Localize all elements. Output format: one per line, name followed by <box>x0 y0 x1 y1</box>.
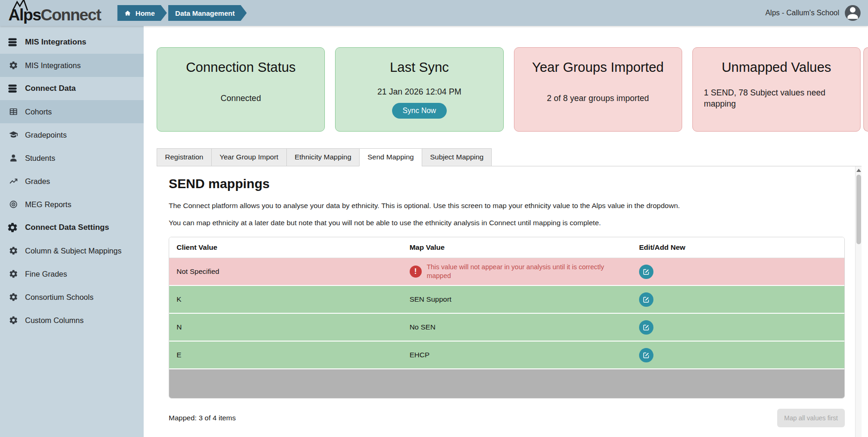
breadcrumb: HomeData Management <box>117 5 247 21</box>
map-value-cell: This value will not appear in your analy… <box>402 259 632 285</box>
card-year-groups-imported: Year Groups Imported2 of 8 year groups i… <box>514 47 682 132</box>
card-last-sync: Last Sync21 Jan 2026 12:04 PMSync Now <box>335 47 503 132</box>
sync-now-button[interactable]: Sync Now <box>392 103 447 119</box>
main-content: Connection StatusConnectedLast Sync21 Ja… <box>144 26 868 437</box>
edit-cell <box>632 289 844 310</box>
table-header-cell: Map Value <box>402 237 632 258</box>
edit-cell <box>632 344 844 366</box>
map-value-cell: EHCP <box>402 347 632 363</box>
panel-scrollbar[interactable] <box>855 166 862 437</box>
tab-year-group-import[interactable]: Year Group Import <box>211 148 286 166</box>
sidebar-item-label: Connect Data <box>25 84 76 93</box>
sidebar-item-mis-integrations[interactable]: MIS Integrations <box>0 54 144 77</box>
card-body: Connected <box>221 93 261 104</box>
logo-text-connect: Connect <box>41 6 101 24</box>
card-body: 21 Jan 2026 12:04 PM <box>377 86 461 97</box>
breadcrumb-item-data-management[interactable]: Data Management <box>168 5 247 21</box>
map-value-cell: SEN Support <box>402 291 632 307</box>
table-header-cell: Client Value <box>169 237 402 258</box>
edit-cell <box>632 261 844 283</box>
sidebar-item-consortium-schools[interactable]: Consortium Schools <box>0 285 144 309</box>
gear-icon <box>9 246 18 255</box>
account-area: Alps - Callum's School <box>765 5 861 21</box>
sidebar-item-meg-reports[interactable]: MEG Reports <box>0 193 144 216</box>
sidebar-item-gradepoints[interactable]: Gradepoints <box>0 123 144 146</box>
chart-icon <box>9 177 18 186</box>
sidebar-item-label: Grades <box>25 177 50 186</box>
sidebar-item-grades[interactable]: Grades <box>0 170 144 193</box>
sidebar-item-label: Fine Grades <box>25 270 67 279</box>
panel-intro-1: The Connect platform allows you to analy… <box>169 201 845 211</box>
layers-icon <box>7 83 18 94</box>
pencil-square-icon <box>642 296 650 304</box>
client-value-cell: Not Specified <box>169 264 402 279</box>
sidebar-item-connect-data[interactable]: Connect Data <box>0 77 144 100</box>
sidebar-item-column-subject-mappings[interactable]: Column & Subject Mappings <box>0 239 144 262</box>
table-row: EEHCP <box>169 342 844 369</box>
sidebar-item-label: MIS Integrations <box>25 38 86 47</box>
home-icon <box>124 10 131 17</box>
table-row: NNo SEN <box>169 314 844 342</box>
person-icon <box>9 153 18 163</box>
scroll-up-arrow-icon[interactable] <box>855 166 862 174</box>
card-title: Year Groups Imported <box>532 60 664 75</box>
mapping-table: Client ValueMap ValueEdit/Add NewNot Spe… <box>169 237 845 399</box>
layers-icon <box>7 37 18 48</box>
card-unmapped-values: Unmapped Values1 SEND, 78 Subject values… <box>692 47 861 132</box>
tab-registration[interactable]: Registration <box>157 148 211 166</box>
sidebar-item-label: Students <box>25 154 55 163</box>
sidebar-item-cohorts[interactable]: Cohorts <box>0 100 144 123</box>
unmapped-warning-text: This value will not appear in your analy… <box>427 263 624 281</box>
edit-button[interactable] <box>639 265 653 279</box>
panel-footer: Mapped: 3 of 4 items Map all values firs… <box>169 409 845 427</box>
client-value-cell: K <box>169 291 402 307</box>
partial-card <box>863 47 868 132</box>
sidebar: MIS IntegrationsMIS IntegrationsConnect … <box>0 26 144 437</box>
sidebar-item-mis-integrations[interactable]: MIS Integrations <box>0 31 144 54</box>
gear-icon <box>9 292 18 302</box>
sidebar-item-label: MEG Reports <box>25 200 71 209</box>
table-row: Not SpecifiedThis value will not appear … <box>169 258 844 286</box>
tab-panel: SEND mappings The Connect platform allow… <box>157 166 862 437</box>
sidebar-item-label: Connect Data Settings <box>25 223 109 232</box>
sidebar-item-fine-grades[interactable]: Fine Grades <box>0 262 144 285</box>
top-header: Alps Connect HomeData Management Alps - … <box>0 0 868 26</box>
map-all-values-button[interactable]: Map all values first <box>777 409 845 427</box>
card-title: Last Sync <box>390 60 449 75</box>
avatar[interactable] <box>845 5 861 21</box>
status-cards: Connection StatusConnectedLast Sync21 Ja… <box>157 47 861 132</box>
sidebar-item-students[interactable]: Students <box>0 146 144 170</box>
account-label: Alps - Callum's School <box>765 9 839 17</box>
sidebar-item-label: Consortium Schools <box>25 293 94 302</box>
card-body: 2 of 8 year groups imported <box>547 93 649 104</box>
card-body: 1 SEND, 78 Subject values need mapping <box>704 87 838 110</box>
edit-cell <box>632 317 844 338</box>
card-title: Unmapped Values <box>722 60 831 75</box>
panel-intro-2: You can map ethnicity at a later date bu… <box>169 218 845 228</box>
app-logo: Alps Connect <box>8 2 101 24</box>
card-title: Connection Status <box>186 60 296 75</box>
table-row-empty <box>169 369 844 398</box>
panel-title: SEND mappings <box>169 177 845 191</box>
tab-send-mapping[interactable]: Send Mapping <box>359 148 422 166</box>
sidebar-item-connect-data-settings[interactable]: Connect Data Settings <box>0 216 144 239</box>
scrollbar-thumb[interactable] <box>856 175 861 244</box>
pencil-square-icon <box>642 351 650 359</box>
gear-icon <box>9 316 18 325</box>
breadcrumb-item-home[interactable]: Home <box>117 5 167 21</box>
edit-button[interactable] <box>639 320 653 335</box>
edit-button[interactable] <box>639 348 653 362</box>
tab-subject-mapping[interactable]: Subject Mapping <box>422 148 492 166</box>
gear-icon <box>9 61 18 70</box>
table-row: KSEN Support <box>169 286 844 314</box>
client-value-cell: E <box>169 347 402 363</box>
sidebar-item-custom-columns[interactable]: Custom Columns <box>0 309 144 332</box>
map-value-cell: No SEN <box>402 319 632 335</box>
warning-icon <box>410 266 422 278</box>
sidebar-item-label: MIS Integrations <box>25 61 81 70</box>
sidebar-item-label: Custom Columns <box>25 316 84 325</box>
client-value-cell: N <box>169 319 402 335</box>
user-icon <box>845 5 861 21</box>
edit-button[interactable] <box>639 292 653 307</box>
tab-ethnicity-mapping[interactable]: Ethnicity Mapping <box>286 148 359 166</box>
